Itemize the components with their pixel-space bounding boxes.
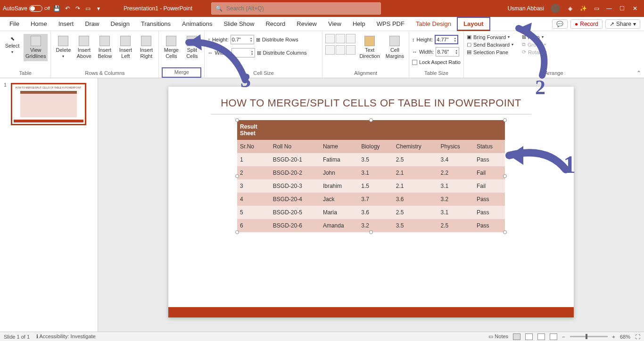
maximize-icon[interactable]: ☐ [619, 5, 626, 12]
table-row[interactable]: 2BSGD-20-2John3.12.12.2Fail [237, 166, 505, 179]
dist-cols-button[interactable]: Distribute Columns [263, 50, 307, 56]
cell[interactable]: Pass [474, 193, 505, 206]
cell[interactable]: Fail [474, 179, 505, 193]
cell[interactable]: 3.1 [438, 206, 473, 219]
slideshow-view-icon[interactable] [550, 333, 557, 340]
cell[interactable]: BSGD-20-6 [270, 219, 320, 232]
cell[interactable]: 2.2 [438, 166, 473, 179]
col-header[interactable]: Biology [358, 140, 393, 153]
cell[interactable]: 2.5 [393, 153, 438, 166]
cell-margins-button[interactable]: Cell Margins [384, 34, 406, 61]
thumbnail-pane[interactable]: 1 HOW TO MERGE/SPLIT CELLS OF TABLE IN P… [0, 78, 98, 332]
tab-help[interactable]: Help [347, 17, 371, 31]
cell[interactable]: 6 [237, 219, 270, 232]
cell[interactable]: 5 [237, 206, 270, 219]
undo-icon[interactable]: ↶ [64, 5, 71, 12]
cell[interactable]: BSGD-20-4 [270, 193, 320, 206]
zoom-level[interactable]: 68% [620, 334, 630, 340]
tab-file[interactable]: File [4, 17, 25, 31]
align-middle-button[interactable] [336, 45, 345, 55]
notes-button[interactable]: ▭ Notes [488, 333, 508, 340]
cell[interactable]: 1.5 [358, 179, 393, 193]
col-header[interactable]: Name [320, 140, 358, 153]
sel-handle[interactable] [235, 174, 239, 178]
cell[interactable]: 3.4 [438, 153, 473, 166]
tab-review[interactable]: Review [291, 17, 322, 31]
close-icon[interactable]: ✕ [633, 5, 639, 12]
sel-handle[interactable] [503, 118, 507, 122]
cell[interactable]: 2.5 [393, 206, 438, 219]
send-backward-button[interactable]: ▢Send Backward▾ [467, 41, 513, 48]
accessibility-status[interactable]: ℹ Accessibility: Investigate [36, 333, 96, 340]
table-row[interactable]: 5BSGD-20-5Maria3.62.53.1Pass [237, 206, 505, 219]
cell[interactable]: BSGD-20-1 [270, 153, 320, 166]
sel-handle[interactable] [503, 230, 507, 234]
sel-handle[interactable] [235, 118, 239, 122]
cell[interactable]: 3.5 [358, 153, 393, 166]
cell[interactable]: 3.6 [358, 206, 393, 219]
cell[interactable]: 3.1 [438, 179, 473, 193]
search-box[interactable]: 🔍 [211, 2, 381, 15]
tab-draw[interactable]: Draw [79, 17, 105, 31]
tab-table-design[interactable]: Table Design [410, 17, 457, 31]
table-container[interactable]: Result Sheet Sr.NoRoll NoNameBiologyChem… [237, 120, 505, 232]
cell[interactable]: Amanda [320, 219, 358, 232]
normal-view-icon[interactable] [513, 333, 520, 340]
cell[interactable]: 3.2 [358, 219, 393, 232]
diamond-icon[interactable]: ◈ [567, 5, 573, 12]
cell[interactable]: Jack [320, 193, 358, 206]
ribbon-mode-icon[interactable]: ▭ [593, 5, 600, 12]
cell[interactable]: BSGD-20-3 [270, 179, 320, 193]
insert-above-button[interactable]: Insert Above [74, 34, 93, 61]
table-column-row[interactable]: Sr.NoRoll NoNameBiologyChemistryPhysicsS… [237, 140, 505, 153]
bring-forward-button[interactable]: ▣Bring Forward▾ [467, 34, 513, 40]
sel-handle[interactable] [369, 230, 373, 234]
minimize-icon[interactable]: — [606, 5, 613, 12]
cell[interactable]: 3.1 [358, 166, 393, 179]
col-header[interactable]: Chemistry [393, 140, 438, 153]
zoom-out-button[interactable]: − [562, 334, 565, 340]
insert-below-button[interactable]: Insert Below [95, 34, 114, 61]
reading-view-icon[interactable] [537, 333, 545, 340]
sorter-view-icon[interactable] [525, 333, 533, 340]
tab-record[interactable]: Record [260, 17, 291, 31]
search-input[interactable] [226, 5, 377, 12]
dist-rows-button[interactable]: Distribute Rows [262, 37, 298, 42]
slideshow-icon[interactable]: ▭ [85, 5, 91, 12]
view-gridlines-button[interactable]: View Gridlines [24, 34, 48, 61]
header-cell[interactable]: Result Sheet [237, 120, 270, 140]
tab-layout[interactable]: Layout [457, 17, 490, 31]
zoom-in-button[interactable]: + [612, 334, 615, 340]
col-header[interactable]: Sr.No [237, 140, 270, 153]
collapse-ribbon-icon[interactable]: ⌃ [636, 70, 641, 76]
cell[interactable]: BSGD-20-5 [270, 206, 320, 219]
merge-cells-button[interactable]: Merge Cells [162, 34, 181, 61]
table-row[interactable]: 4BSGD-20-4Jack3.73.63.2Pass [237, 193, 505, 206]
tab-insert[interactable]: Insert [53, 17, 80, 31]
cell[interactable]: 3.2 [438, 193, 473, 206]
cell[interactable]: BSGD-20-2 [270, 166, 320, 179]
autosave-toggle[interactable]: AutoSave Off [3, 5, 50, 12]
cell[interactable]: 4 [237, 193, 270, 206]
insert-left-button[interactable]: Insert Left [116, 34, 135, 61]
cell[interactable]: Ibrahim [320, 179, 358, 193]
slide-counter[interactable]: Slide 1 of 1 [4, 334, 30, 340]
slide-thumbnail-1[interactable]: HOW TO MERGE/SPLIT CELLS OF TABLE IN POW… [11, 83, 86, 125]
select-button[interactable]: ⬉Select▾ [3, 34, 22, 57]
cell[interactable]: Maria [320, 206, 358, 219]
zoom-slider[interactable] [570, 336, 608, 337]
table-row[interactable]: 1BSGD-20-1Fatima3.52.53.4Pass [237, 153, 505, 166]
slide-canvas[interactable]: HOW TO MERGE/SPLIT CELLS OF TABLE IN POW… [98, 78, 644, 332]
align-right-button[interactable] [346, 34, 355, 43]
delete-button[interactable]: Delete▾ [54, 34, 73, 61]
align-top-button[interactable] [325, 45, 335, 55]
cell[interactable]: 2.1 [393, 166, 438, 179]
cell[interactable]: Pass [474, 206, 505, 219]
cell[interactable]: 3.6 [393, 193, 438, 206]
tab-home[interactable]: Home [25, 17, 53, 31]
align-bottom-button[interactable] [346, 45, 355, 55]
lock-checkbox[interactable] [412, 60, 417, 65]
sel-handle[interactable] [369, 118, 373, 122]
share-button[interactable]: ↗Share▾ [605, 19, 640, 29]
table-height-input[interactable]: 4.77"▲▼ [435, 35, 458, 44]
